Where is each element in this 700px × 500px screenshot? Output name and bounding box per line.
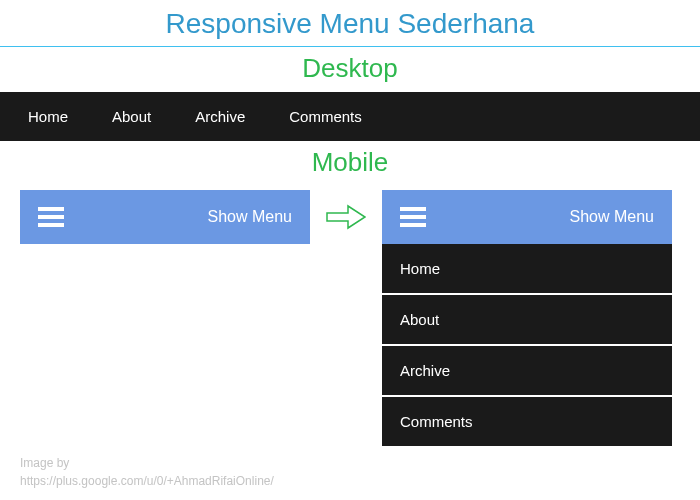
nav-item-home[interactable]: Home: [6, 92, 90, 141]
show-menu-label: Show Menu: [570, 208, 655, 226]
mobile-nav-item-comments[interactable]: Comments: [382, 397, 672, 446]
mobile-nav-item-archive[interactable]: Archive: [382, 346, 672, 397]
mobile-menu-toggle[interactable]: Show Menu: [20, 190, 310, 244]
credit-line1: Image by: [20, 454, 274, 472]
nav-item-archive[interactable]: Archive: [173, 92, 267, 141]
mobile-expanded: Show Menu Home About Archive Comments: [382, 190, 672, 446]
mobile-menu-toggle-expanded[interactable]: Show Menu: [382, 190, 672, 244]
mobile-nav-item-about[interactable]: About: [382, 295, 672, 346]
mobile-nav-item-home[interactable]: Home: [382, 244, 672, 295]
credit-line2: https://plus.google.com/u/0/+AhmadRifaiO…: [20, 472, 274, 490]
nav-item-about[interactable]: About: [90, 92, 173, 141]
hamburger-icon: [38, 207, 64, 227]
section-heading-mobile: Mobile: [0, 141, 700, 186]
nav-item-comments[interactable]: Comments: [267, 92, 384, 141]
desktop-navbar: Home About Archive Comments: [0, 92, 700, 141]
mobile-collapsed: Show Menu: [20, 190, 310, 244]
section-heading-desktop: Desktop: [0, 47, 700, 92]
arrow-icon: [324, 190, 368, 244]
page-title: Responsive Menu Sederhana: [0, 0, 700, 47]
mobile-menu-list: Home About Archive Comments: [382, 244, 672, 446]
show-menu-label: Show Menu: [208, 208, 293, 226]
image-credit: Image by https://plus.google.com/u/0/+Ah…: [20, 454, 274, 490]
hamburger-icon: [400, 207, 426, 227]
mobile-area: Show Menu Show Menu Home About Archive C…: [0, 190, 700, 446]
